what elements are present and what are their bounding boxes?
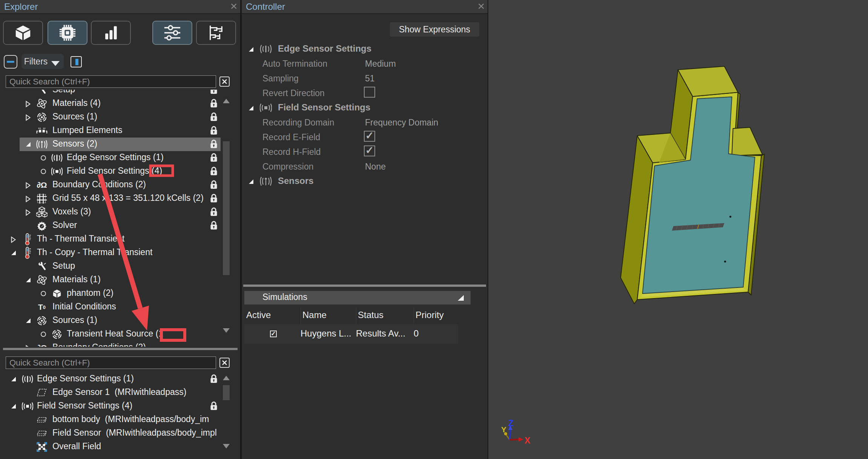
property-value[interactable]: Medium (365, 59, 396, 69)
tree-item-label: Edge Sensor 1 (MRIwithleadpass) (52, 387, 186, 397)
property-checkbox[interactable] (364, 87, 375, 98)
scroll-up-arrow[interactable] (223, 376, 230, 380)
property-checkbox[interactable]: ✓ (364, 131, 375, 142)
tree-item[interactable]: Boundary Conditions (2) ∂Ω (0, 178, 240, 192)
radio-icon[interactable] (41, 169, 46, 174)
tree-item[interactable]: Grid 55 x 48 x 133 = 351.120 kCells (2) (0, 192, 240, 205)
expander-expanded-icon[interactable] (25, 277, 31, 285)
controller-close-icon[interactable]: × (475, 0, 488, 13)
controller-titlebar: Controller × (242, 0, 488, 14)
radio-icon[interactable] (41, 155, 46, 161)
toolbar-button-analysis[interactable] (91, 21, 131, 45)
controller-splitter-handle[interactable] (243, 285, 486, 287)
tree-item[interactable]: Boundary Conditions (2) ∂Ω (0, 341, 240, 347)
expander-expanded-icon[interactable] (25, 141, 31, 149)
phantom-icon (51, 288, 63, 299)
toolbar-button-simulation[interactable] (48, 21, 87, 45)
show-expressions-button[interactable]: Show Expressions (390, 22, 479, 37)
tree-item[interactable]: Voxels (3) (0, 205, 240, 219)
toolbar-button-hierarchy[interactable] (196, 21, 236, 45)
expander-collapsed-icon[interactable] (25, 114, 31, 122)
property-value[interactable]: None (365, 162, 386, 172)
scroll-up-arrow[interactable] (223, 99, 230, 103)
expander-collapsed-icon[interactable] (25, 196, 31, 204)
table-column-header[interactable]: Name (302, 310, 327, 320)
tree-item[interactable]: Field Sensor Settings (4) (0, 165, 240, 178)
tree-item[interactable]: Th - Copy - Thermal Transient (0, 246, 240, 260)
expander-collapsed-icon[interactable] (25, 182, 31, 190)
controller-section-header[interactable]: Edge Sensor Settings (242, 42, 488, 56)
expander-expanded-icon[interactable] (248, 105, 254, 113)
property-checkbox[interactable]: ✓ (364, 145, 375, 156)
tree-item[interactable]: Lumped Elements (0, 124, 240, 138)
expander-collapsed-icon[interactable] (25, 209, 31, 217)
controller-section-header[interactable]: Field Sensor Settings (242, 101, 488, 115)
property-label: Record E-Field (262, 132, 320, 142)
property-value[interactable]: 51 (365, 73, 375, 84)
tree-item[interactable]: Setup (0, 260, 240, 273)
quick-search-input-bottom[interactable] (6, 356, 216, 369)
simulation-row[interactable]: ✓Huygens L...Results Av...0 (244, 324, 458, 344)
tree-item[interactable]: Materials (4) (0, 97, 240, 110)
tree-item-label: Edge Sensor Settings (1) (37, 373, 134, 384)
scrollbar-thumb[interactable] (223, 141, 230, 275)
explorer-close-icon[interactable]: × (227, 0, 240, 13)
expander-collapsed-icon[interactable] (25, 345, 31, 347)
3d-viewport[interactable]: Z X Y (488, 0, 868, 459)
scroll-down-arrow[interactable] (223, 444, 230, 448)
scrollbar-thumb[interactable] (223, 385, 230, 400)
quick-search-clear-button-bottom[interactable] (219, 358, 230, 368)
tree-item[interactable]: phantom (2) (0, 287, 240, 300)
tree-item[interactable]: Transient Heat Source (1 (0, 327, 240, 341)
expander-collapsed-icon[interactable] (25, 101, 31, 109)
scroll-down-arrow[interactable] (223, 328, 230, 333)
expander-expanded-icon[interactable] (11, 376, 17, 384)
quick-search-input-top[interactable] (6, 75, 216, 88)
tree-item[interactable]: Initial Conditions T0 (0, 300, 240, 314)
tree-item[interactable]: bottom body (MRIwithleadpass/body_im (0, 413, 240, 427)
expander-expanded-icon[interactable] (25, 318, 31, 325)
tree-item[interactable]: Edge Sensor 1 (MRIwithleadpass) (0, 386, 240, 399)
tree-item-label: phantom (2) (67, 288, 113, 298)
tree-item[interactable]: Overall Field (0, 440, 240, 454)
tree-item[interactable]: Setup (0, 90, 240, 97)
table-column-header[interactable]: Priority (416, 310, 444, 320)
toolbar-button-model[interactable] (3, 21, 43, 45)
filters-button[interactable]: Filters (21, 54, 64, 69)
controller-section-header[interactable]: Sensors (242, 174, 488, 188)
expander-expanded-icon[interactable] (248, 46, 254, 54)
tree-item-label: Materials (4) (52, 98, 101, 108)
property-value[interactable]: Frequency Domain (365, 118, 438, 128)
lock-icon (210, 153, 218, 164)
tree-item[interactable]: Materials (1) (0, 273, 240, 287)
toolbar-button-properties[interactable] (152, 21, 192, 45)
simulations-title: Simulations (262, 292, 307, 302)
tree-item[interactable]: Sensors (2) (0, 138, 240, 151)
collapse-all-button[interactable] (4, 55, 17, 69)
active-checkbox[interactable]: ✓ (270, 330, 277, 337)
controller-section-title: Edge Sensor Settings (278, 43, 371, 54)
tree-item[interactable]: Th - Thermal Transient (0, 233, 240, 246)
tree-item[interactable]: Sources (1) (0, 314, 240, 327)
tree-item[interactable]: Field Sensor (MRIwithleadpass/body_impl (0, 427, 240, 440)
tree-item[interactable]: Edge Sensor Settings (1) (0, 372, 240, 386)
table-column-header[interactable]: Active (246, 310, 271, 320)
radio-icon[interactable] (41, 291, 46, 296)
expander-expanded-icon[interactable] (11, 403, 17, 411)
panel-view-icon (75, 59, 78, 65)
expander-expanded-icon[interactable] (248, 179, 254, 186)
panel-view-button[interactable] (71, 56, 82, 67)
tree-item[interactable]: Edge Sensor Settings (1) (0, 151, 240, 165)
tree-item[interactable]: Sources (1) (0, 110, 240, 124)
table-column-header[interactable]: Status (358, 310, 383, 320)
simulations-section-header[interactable]: Simulations (244, 291, 471, 304)
tree-splitter-handle[interactable] (3, 348, 238, 350)
controller-property-row: Sampling51 (242, 71, 488, 86)
quick-search-clear-button-top[interactable] (219, 76, 230, 87)
tree-item[interactable]: Field Sensor Settings (4) (0, 399, 240, 413)
solver-icon (36, 220, 48, 231)
expander-collapsed-icon[interactable] (11, 236, 16, 245)
tree-item[interactable]: Solver (0, 219, 240, 233)
radio-icon[interactable] (41, 332, 46, 337)
expander-expanded-icon[interactable] (11, 250, 17, 257)
